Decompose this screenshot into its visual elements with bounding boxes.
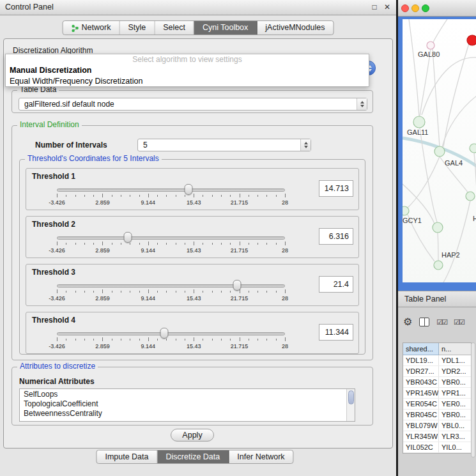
tab-network[interactable]: Network (63, 21, 120, 35)
tab-style[interactable]: Style (119, 21, 155, 35)
table-data-combo[interactable]: galFiltered.sif default node (19, 98, 367, 111)
network-node[interactable] (434, 146, 445, 157)
tick-label: -3.426 (49, 199, 65, 206)
network-node[interactable] (467, 35, 476, 45)
threshold-4-slider[interactable]: -3.4262.8599.14415.4321.71528 (57, 328, 285, 351)
threshold-2-label: Threshold 2 (32, 220, 75, 229)
threshold-1-box: Threshold 1 -3.4262.8599.14415.4321.7152… (26, 168, 359, 210)
network-canvas[interactable]: GAL80GAL11GAL4GCY1HAP2H (403, 19, 476, 282)
tab-infer-network-label: Infer Network (237, 450, 284, 463)
network-icon (72, 24, 79, 32)
threshold-4-box: Threshold 4 -3.4262.8599.14415.4321.7152… (26, 312, 359, 354)
table-cell: YLR345W (403, 431, 439, 441)
tab-infer-network[interactable]: Infer Network (229, 450, 293, 463)
tab-impute-data[interactable]: Impute Data (96, 450, 157, 463)
tick-label: 2.859 (95, 199, 110, 206)
table-cell: YPR145W (403, 388, 439, 398)
table-cell: YDR2... (439, 366, 471, 376)
column-header-name[interactable]: n... (439, 343, 471, 355)
gear-icon[interactable]: ⚙ (403, 316, 412, 328)
columns-icon[interactable] (419, 318, 429, 326)
table-cell: YDR27... (403, 366, 439, 376)
control-panel-window: Control Panel □ ✕ Network Style Select C… (0, 0, 396, 476)
network-nodes[interactable]: GAL80GAL11GAL4GCY1HAP2H (403, 35, 476, 270)
number-of-intervals-combo[interactable]: 5 (137, 139, 311, 151)
apply-button[interactable]: Apply (171, 429, 214, 441)
table-row[interactable]: YDL19...YDL1... (403, 355, 471, 366)
table-row[interactable]: YLR345WYLR3... (403, 431, 471, 442)
network-node[interactable] (413, 116, 425, 128)
number-of-intervals-label: Number of Intervals (35, 141, 107, 150)
scrollbar-thumb[interactable] (348, 390, 354, 404)
node-label: HAP2 (441, 251, 460, 259)
network-node[interactable] (433, 222, 443, 233)
dropdown-item-manual-discretization[interactable]: Manual Discretization (6, 65, 369, 76)
right-panels: GAL80GAL11GAL4GCY1HAP2H Table Panel ⚙ ☑☑… (398, 0, 476, 476)
threshold-3-value-field[interactable]: 21.4 (319, 276, 353, 293)
list-item[interactable]: SelfLoops (20, 390, 346, 399)
table-row[interactable]: YBR045CYBR0... (403, 410, 471, 420)
attributes-scrollbar[interactable] (346, 389, 355, 421)
table-row[interactable]: YPR145WYPR1... (403, 388, 471, 399)
table-row[interactable]: YER054CYER0... (403, 399, 471, 410)
threshold-3-box: Threshold 3 -3.4262.8599.14415.4321.7152… (26, 264, 359, 306)
table-row[interactable]: YBR043CYBR0... (403, 377, 471, 388)
table-row[interactable]: YDR27...YDR2... (403, 366, 471, 377)
slider-tick-labels: -3.4262.8599.14415.4321.71528 (57, 295, 285, 302)
table-data-group: Table Data galFiltered.sif default node (12, 90, 373, 113)
float-window-icon[interactable]: □ (369, 2, 380, 12)
tab-cyni-toolbox[interactable]: Cyni Toolbox (194, 21, 257, 35)
table-cell: YLR3... (439, 431, 471, 441)
table-cell: YPR1... (439, 388, 471, 398)
slider-track[interactable] (57, 188, 285, 192)
tick-label: 9.144 (141, 343, 156, 349)
threshold-4-label: Threshold 4 (32, 316, 75, 325)
tab-discretize-data[interactable]: Discretize Data (158, 450, 229, 463)
table-row[interactable]: YIL052CYIL0... (403, 442, 471, 453)
threshold-2-value-field[interactable]: 6.316 (319, 228, 353, 245)
threshold-2-box: Threshold 2 -3.4262.8599.14415.4321.7152… (26, 216, 359, 258)
column-header-shared-name[interactable]: shared... (403, 343, 439, 355)
table-cell: YER0... (439, 399, 471, 409)
tick-label: 21.715 (231, 343, 249, 349)
minimize-traffic-light-icon[interactable] (411, 4, 419, 12)
network-node[interactable] (466, 192, 475, 201)
network-node[interactable] (434, 261, 443, 270)
select-columns-icon[interactable]: ☑☑ (436, 318, 447, 326)
list-item[interactable]: BetweennessCentrality (20, 409, 346, 418)
node-label: GAL80 (418, 50, 440, 58)
zoom-traffic-light-icon[interactable] (422, 4, 429, 12)
network-node[interactable] (470, 144, 476, 153)
network-node[interactable] (403, 206, 409, 215)
close-icon[interactable]: ✕ (382, 2, 392, 12)
select-rows-icon[interactable]: ☑☑ (454, 318, 464, 326)
table-header-row: shared... n... (403, 343, 471, 355)
threshold-1-slider[interactable]: -3.4262.8599.14415.4321.71528 (57, 184, 285, 207)
threshold-3-slider[interactable]: -3.4262.8599.14415.4321.71528 (57, 280, 285, 303)
window-title: Control Panel (5, 3, 54, 12)
slider-track[interactable] (57, 236, 285, 240)
tick-label: 21.715 (231, 295, 249, 302)
threshold-2-slider[interactable]: -3.4262.8599.14415.4321.71528 (57, 232, 285, 255)
tab-jactivemnodules[interactable]: jActiveMNodules (257, 21, 333, 35)
table-cell: YBR0... (439, 377, 471, 387)
table-cell: YIL0... (439, 442, 471, 452)
threshold-4-value-field[interactable]: 11.344 (319, 324, 353, 341)
tick-label: 21.715 (231, 247, 249, 254)
node-label: GAL11 (407, 128, 428, 136)
slider-track[interactable] (57, 332, 285, 335)
tick-label: 28 (282, 247, 288, 254)
tick-label: -3.426 (49, 247, 65, 254)
network-node[interactable] (427, 42, 434, 49)
table-scrollbar[interactable] (471, 342, 475, 457)
list-item[interactable]: TopologicalCoefficient (20, 399, 346, 409)
table-panel-toolbar: ⚙ ☑☑ ☑☑ (403, 315, 464, 329)
slider-tick-labels: -3.4262.8599.14415.4321.71528 (57, 343, 285, 349)
threshold-1-value-field[interactable]: 14.713 (319, 180, 353, 197)
slider-track[interactable] (57, 284, 285, 288)
close-traffic-light-icon[interactable] (401, 4, 409, 12)
tab-select[interactable]: Select (155, 21, 194, 35)
table-row[interactable]: YBL079WYBL0... (403, 420, 471, 431)
algorithm-dropdown-popup: Select algorithm to view settings Manual… (5, 54, 369, 87)
dropdown-item-equal-width-frequency[interactable]: Equal Width/Frequency Discretization (6, 76, 369, 87)
